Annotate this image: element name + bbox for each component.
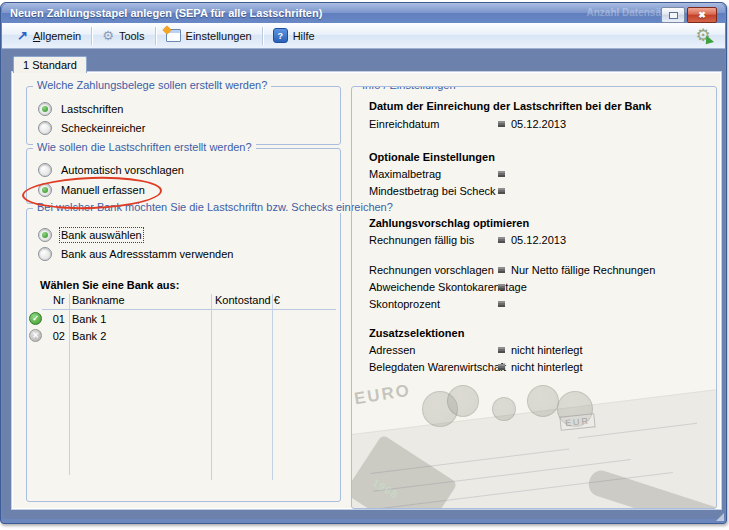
value-bullet-icon	[498, 121, 505, 127]
value-bullet-icon	[498, 347, 505, 353]
watermark-coin	[447, 385, 479, 417]
column-header-bankname[interactable]: Bankname	[72, 294, 125, 306]
bank-inactive-cross-icon: ✕	[29, 329, 42, 342]
bank-table-row[interactable]: ✕ 02 Bank 2	[29, 329, 106, 342]
radio-scheckeinreicher[interactable]: Scheckeinreicher	[38, 121, 145, 135]
radio-label: Bank auswählen	[61, 229, 142, 241]
bank-table-row[interactable]: ✓ 01 Bank 1	[29, 312, 106, 325]
field-label: Rechnungen vorschlagen	[369, 264, 494, 276]
background-window-hint: Anzahl Datensä	[587, 7, 661, 18]
radio-unselected-icon[interactable]	[38, 247, 52, 261]
toolbar-item-allgemein[interactable]: ↗ Allgemein	[8, 27, 90, 45]
settings-window-icon	[166, 29, 181, 42]
info-section-heading: Optionale Einstellungen	[369, 151, 495, 163]
title-bar[interactable]: Neuen Zahlungsstapel anlegen (SEPA für a…	[2, 4, 725, 23]
toolbar: ↗ Allgemein ⚙ Tools Einstellungen ? Hilf…	[2, 23, 725, 49]
info-field-belegdaten[interactable]: Belegdaten Warenwirtschaft nicht hinterl…	[369, 361, 701, 375]
bank-table-caption: Wählen Sie eine Bank aus:	[40, 279, 179, 291]
field-label: Rechnungen fällig bis	[369, 234, 474, 246]
info-field-maximalbetrag[interactable]: Maximalbetrag	[369, 168, 701, 182]
info-field-mindestbetrag[interactable]: Mindestbetrag bei Scheck	[369, 185, 701, 199]
table-header-divider	[42, 309, 336, 310]
close-button[interactable]: ✖	[687, 7, 717, 23]
value-bullet-icon	[498, 237, 505, 243]
bank-nr: 02	[49, 330, 65, 342]
radio-lastschriften[interactable]: Lastschriften	[38, 102, 123, 116]
field-label: Adressen	[369, 344, 415, 356]
radio-automatisch-vorschlagen[interactable]: Automatisch vorschlagen	[38, 163, 184, 177]
maximize-icon	[669, 12, 678, 19]
radio-bank-auswaehlen[interactable]: Bank auswählen	[38, 228, 142, 242]
field-value: nicht hinterlegt	[511, 361, 583, 373]
radio-label: Automatisch vorschlagen	[61, 164, 184, 176]
value-bullet-icon	[498, 171, 505, 177]
info-field-skontoprozent[interactable]: Skontoprozent	[369, 298, 701, 312]
group-title: Wie sollen die Lastschriften erstellt we…	[33, 141, 256, 153]
window-title: Neuen Zahlungsstapel anlegen (SEPA für a…	[10, 7, 322, 19]
bank-active-check-icon: ✓	[29, 312, 42, 325]
info-section-heading: Zusatzselektionen	[369, 327, 464, 339]
group-title: Info / Einstellungen	[358, 86, 460, 91]
bank-nr: 01	[49, 313, 65, 325]
value-bullet-icon	[498, 284, 505, 290]
help-question-icon: ?	[273, 28, 288, 43]
group-title: Welche Zahlungsbelege sollen erstellt we…	[33, 79, 271, 91]
radio-unselected-icon[interactable]	[38, 163, 52, 177]
info-field-skontokarenztage[interactable]: Abweichende Skontokarenztage	[369, 281, 701, 295]
field-label: Skontoprozent	[369, 298, 440, 310]
toolbar-label: Hilfe	[293, 30, 315, 42]
gear-icon: ⚙	[102, 29, 114, 42]
screenshot-stage: Neuen Zahlungsstapel anlegen (SEPA für a…	[0, 0, 729, 530]
bank-name: Bank 2	[72, 330, 106, 342]
info-section-heading: Zahlungsvorschlag optimieren	[369, 217, 529, 229]
toolbar-label: Einstellungen	[186, 30, 252, 42]
field-value: 05.12.2013	[511, 118, 566, 130]
radio-label: Scheckeinreicher	[61, 122, 145, 134]
value-bullet-icon	[498, 364, 505, 370]
radio-unselected-icon[interactable]	[38, 121, 52, 135]
toolbar-separator	[91, 27, 92, 45]
value-bullet-icon	[498, 188, 505, 194]
column-header-kontostand[interactable]: Kontostand €	[215, 294, 280, 306]
toolbar-item-hilfe[interactable]: ? Hilfe	[264, 25, 324, 46]
content-area: 1 Standard Welche Zahlungsbelege sollen …	[2, 49, 725, 519]
info-field-rechnungen-vorschlagen[interactable]: Rechnungen vorschlagen Nur Netto fällige…	[369, 264, 701, 278]
value-bullet-icon	[498, 267, 505, 273]
info-section-heading: Datum der Einreichung der Lastschriften …	[369, 100, 651, 112]
tab-page-panel: Welche Zahlungsbelege sollen erstellt we…	[11, 71, 722, 510]
toolbar-separator	[262, 27, 263, 45]
toolbar-label: Tools	[119, 30, 145, 42]
maximize-button[interactable]	[661, 7, 685, 23]
field-value: 05.12.2013	[511, 234, 566, 246]
toolbar-separator	[155, 27, 156, 45]
table-column-divider	[211, 294, 212, 480]
watermark-coin	[527, 385, 559, 417]
info-field-rechnungen-faellig[interactable]: Rechnungen fällig bis 05.12.2013	[369, 234, 701, 248]
toolbar-item-tools[interactable]: ⚙ Tools	[93, 26, 153, 45]
radio-selected-icon[interactable]	[38, 102, 52, 116]
toolbar-item-einstellungen[interactable]: Einstellungen	[157, 26, 261, 45]
radio-bank-aus-adressstamm[interactable]: Bank aus Adressstamm verwenden	[38, 247, 233, 261]
column-header-nr[interactable]: Nr	[53, 294, 65, 306]
process-gear-icon[interactable]: ⚙	[693, 26, 713, 46]
radio-selected-icon[interactable]	[38, 228, 52, 242]
table-column-divider	[272, 294, 273, 480]
field-label: Belegdaten Warenwirtschaft	[369, 361, 506, 373]
euro-watermark: EURO EUR 1968	[352, 383, 716, 508]
field-label: Mindestbetrag bei Scheck	[369, 185, 496, 197]
info-field-adressen[interactable]: Adressen nicht hinterlegt	[369, 344, 701, 358]
resize-grip[interactable]	[716, 513, 724, 521]
watermark-coin	[492, 397, 516, 421]
field-value: Nur Netto fällige Rechnungen	[511, 264, 655, 276]
toolbar-label: Allgemein	[33, 30, 81, 42]
bank-name: Bank 1	[72, 313, 106, 325]
field-label: Maximalbetrag	[369, 168, 441, 180]
value-bullet-icon	[498, 301, 505, 307]
radio-label: Bank aus Adressstamm verwenden	[61, 248, 233, 260]
app-window: Neuen Zahlungsstapel anlegen (SEPA für a…	[0, 2, 727, 524]
radio-label: Lastschriften	[61, 103, 123, 115]
info-field-einreichdatum[interactable]: Einreichdatum 05.12.2013	[369, 118, 701, 132]
tab-standard[interactable]: 1 Standard	[13, 56, 87, 73]
field-label: Einreichdatum	[369, 118, 439, 130]
watermark-euro-text: EURO	[353, 383, 413, 409]
